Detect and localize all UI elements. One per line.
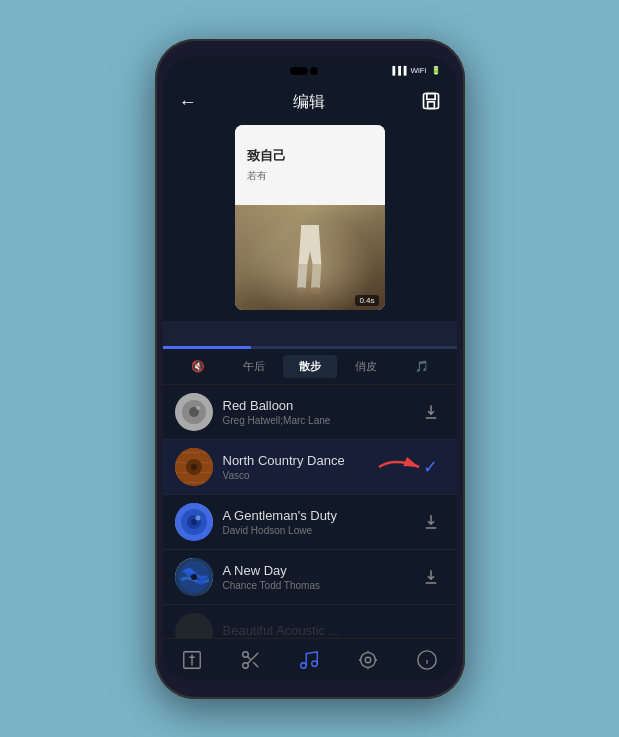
music-title-red-balloon: Red Balloon xyxy=(223,398,417,413)
svg-point-22 xyxy=(198,579,204,585)
svg-point-32 xyxy=(301,662,307,668)
music-list: Red Balloon Greg Hatwell;Marc Lane xyxy=(163,385,457,638)
duration-badge: 0.4s xyxy=(355,295,378,306)
music-artist-gentlemans-duty: David Hodson Lowe xyxy=(223,525,417,536)
back-button[interactable]: ← xyxy=(179,92,197,113)
download-icon-gentlemans-duty[interactable] xyxy=(417,508,445,536)
music-thumb-partial xyxy=(175,613,213,638)
toolbar-info-btn[interactable] xyxy=(406,647,448,673)
svg-point-4 xyxy=(308,287,322,294)
toolbar-music-btn[interactable] xyxy=(288,647,330,673)
timeline-area[interactable] xyxy=(163,321,457,349)
tab-naughty[interactable]: 俏皮 xyxy=(339,355,393,378)
battery-icon: 🔋 xyxy=(431,66,441,75)
tab-walk[interactable]: 散步 xyxy=(283,355,337,378)
music-info-gentlemans-duty: A Gentleman's Duty David Hodson Lowe xyxy=(223,508,417,536)
download-icon-red-balloon[interactable] xyxy=(417,398,445,426)
mute-icon: 🔇 xyxy=(191,360,205,372)
status-icons: ▐▐▐ WiFi 🔋 xyxy=(389,66,440,75)
svg-point-3 xyxy=(294,287,308,294)
toolbar-cut-btn[interactable] xyxy=(230,647,272,673)
toolbar-text-btn[interactable] xyxy=(171,647,213,673)
naughty-label: 俏皮 xyxy=(355,360,377,372)
music-artist-red-balloon: Greg Hatwell;Marc Lane xyxy=(223,415,417,426)
video-sub-text: 若有 xyxy=(247,169,373,183)
music-title-new-day: A New Day xyxy=(223,563,417,578)
timeline-bar xyxy=(163,346,457,349)
music-item-gentlemans-duty[interactable]: A Gentleman's Duty David Hodson Lowe xyxy=(163,495,457,550)
video-preview: 致自己 若有 0.4s xyxy=(163,121,457,321)
phone-wrapper: ▐▐▐ WiFi 🔋 ← 编辑 致自己 若有 xyxy=(155,39,465,699)
music-info-new-day: A New Day Chance Todd Thomas xyxy=(223,563,417,591)
save-button[interactable] xyxy=(421,91,441,115)
music-item-north-country[interactable]: North Country Dance Vasco ✓ xyxy=(163,440,457,495)
music-item-partial[interactable]: Beautiful Acoustic ... xyxy=(163,605,457,638)
camera-punch xyxy=(290,67,308,75)
walk-label: 散步 xyxy=(299,360,321,372)
svg-line-31 xyxy=(247,656,251,660)
video-text-area: 致自己 若有 xyxy=(235,125,385,205)
svg-point-35 xyxy=(361,652,376,667)
svg-rect-1 xyxy=(426,93,434,99)
music-thumb-north-country xyxy=(175,448,213,486)
svg-point-23 xyxy=(191,574,197,580)
wifi-icon: WiFi xyxy=(411,66,427,75)
music-title-gentlemans-duty: A Gentleman's Duty xyxy=(223,508,417,523)
page-title: 编辑 xyxy=(293,92,325,113)
svg-point-28 xyxy=(242,662,248,668)
svg-point-17 xyxy=(191,519,197,525)
music-info-partial: Beautiful Acoustic ... xyxy=(223,623,445,638)
music-artist-north-country: Vasco xyxy=(223,470,417,481)
music-item-new-day[interactable]: A New Day Chance Todd Thomas xyxy=(163,550,457,605)
phone-screen: ▐▐▐ WiFi 🔋 ← 编辑 致自己 若有 xyxy=(163,57,457,681)
music-title-partial: Beautiful Acoustic ... xyxy=(223,623,445,638)
download-icon-new-day[interactable] xyxy=(417,563,445,591)
video-footage: 0.4s xyxy=(235,205,385,310)
signal-icon: ▐▐▐ xyxy=(389,66,406,75)
svg-point-12 xyxy=(191,464,197,470)
music-thumb-new-day xyxy=(175,558,213,596)
video-main-text: 致自己 xyxy=(247,147,373,165)
video-card: 致自己 若有 0.4s xyxy=(235,125,385,310)
svg-point-27 xyxy=(242,651,248,657)
music-note-icon: 🎵 xyxy=(415,360,429,372)
tab-afternoon[interactable]: 午后 xyxy=(227,355,281,378)
check-icon-north-country[interactable]: ✓ xyxy=(417,453,445,481)
tab-music[interactable]: 🎵 xyxy=(395,356,449,377)
svg-point-8 xyxy=(196,406,200,410)
music-info-north-country: North Country Dance Vasco xyxy=(223,453,417,481)
svg-point-34 xyxy=(366,657,372,663)
music-thumb-red-balloon xyxy=(175,393,213,431)
music-artist-new-day: Chance Todd Thomas xyxy=(223,580,417,591)
category-tabs: 🔇 午后 散步 俏皮 🎵 xyxy=(163,349,457,385)
bottom-toolbar xyxy=(163,638,457,681)
svg-line-30 xyxy=(253,662,258,667)
top-nav: ← 编辑 xyxy=(163,85,457,121)
music-title-north-country: North Country Dance xyxy=(223,453,417,468)
status-bar: ▐▐▐ WiFi 🔋 xyxy=(163,57,457,85)
toolbar-effects-btn[interactable] xyxy=(347,647,389,673)
svg-rect-2 xyxy=(427,101,434,108)
svg-point-21 xyxy=(185,568,193,576)
timeline-progress xyxy=(163,346,251,349)
person-silhouette xyxy=(285,225,335,295)
svg-point-18 xyxy=(195,515,200,520)
music-item-red-balloon[interactable]: Red Balloon Greg Hatwell;Marc Lane xyxy=(163,385,457,440)
music-info-red-balloon: Red Balloon Greg Hatwell;Marc Lane xyxy=(223,398,417,426)
tab-mute[interactable]: 🔇 xyxy=(171,356,225,377)
music-thumb-gentleman xyxy=(175,503,213,541)
svg-point-33 xyxy=(312,660,318,666)
afternoon-label: 午后 xyxy=(243,360,265,372)
